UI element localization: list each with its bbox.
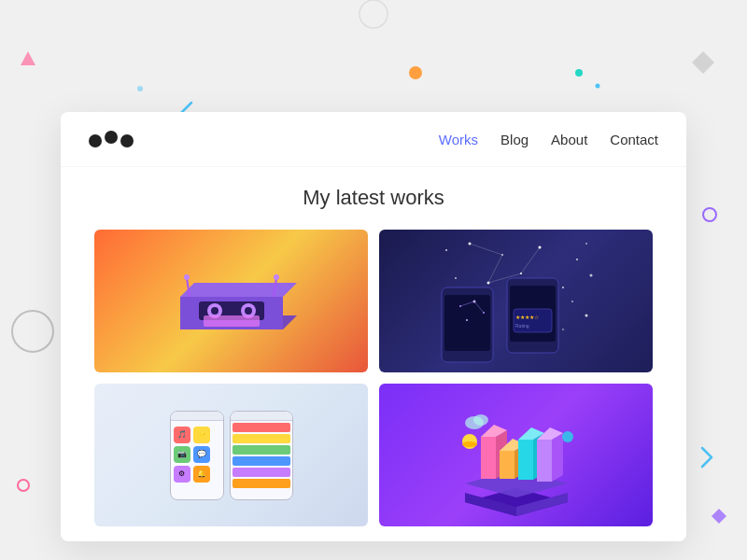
svg-rect-50 bbox=[514, 309, 552, 332]
nav-about[interactable]: About bbox=[551, 132, 587, 147]
svg-point-6 bbox=[12, 311, 53, 352]
svg-point-74 bbox=[562, 431, 573, 442]
svg-point-10 bbox=[137, 86, 143, 91]
svg-point-7 bbox=[18, 480, 29, 491]
nav-links: Works Blog About Contact bbox=[439, 132, 658, 147]
works-grid: ★★★★☆ Rating 🎵 ⭐ 📷 bbox=[61, 224, 686, 541]
nav-works[interactable]: Works bbox=[439, 132, 478, 147]
svg-point-54 bbox=[585, 314, 587, 316]
svg-marker-70 bbox=[552, 433, 563, 482]
work-item-3d-chart[interactable] bbox=[379, 384, 653, 526]
svg-point-53 bbox=[571, 301, 573, 302]
svg-point-17 bbox=[211, 307, 218, 315]
svg-marker-69 bbox=[537, 440, 552, 482]
chart-illustration bbox=[379, 384, 653, 526]
cassette-illustration bbox=[94, 230, 368, 372]
nav-blog[interactable]: Blog bbox=[500, 132, 529, 147]
work-item-cassette[interactable] bbox=[94, 230, 368, 372]
mobile-ui-illustration: 🎵 ⭐ 📷 💬 ⚙ 🔔 bbox=[94, 384, 368, 526]
svg-point-34 bbox=[562, 287, 564, 288]
svg-point-76 bbox=[473, 414, 488, 426]
svg-point-3 bbox=[575, 69, 583, 77]
svg-point-25 bbox=[445, 249, 447, 251]
main-card: Works Blog About Contact My latest works bbox=[61, 112, 686, 541]
svg-point-9 bbox=[596, 84, 600, 89]
svg-rect-41 bbox=[444, 295, 490, 351]
svg-point-45 bbox=[466, 319, 468, 321]
svg-point-11 bbox=[359, 0, 388, 28]
svg-point-73 bbox=[462, 441, 477, 447]
svg-text:Rating: Rating bbox=[515, 323, 529, 329]
svg-point-35 bbox=[589, 273, 592, 276]
work-item-starmap[interactable]: ★★★★☆ Rating bbox=[379, 230, 653, 372]
svg-point-22 bbox=[184, 274, 190, 280]
svg-marker-14 bbox=[180, 283, 297, 297]
svg-marker-4 bbox=[692, 51, 714, 74]
svg-point-5 bbox=[703, 208, 716, 221]
svg-point-31 bbox=[455, 277, 457, 279]
page-title: My latest works bbox=[61, 167, 686, 224]
svg-point-30 bbox=[585, 243, 587, 245]
svg-point-29 bbox=[576, 259, 578, 260]
svg-point-19 bbox=[245, 307, 252, 315]
starmap-illustration: ★★★★☆ Rating bbox=[379, 230, 653, 372]
logo-icon bbox=[89, 131, 134, 147]
svg-marker-0 bbox=[21, 51, 35, 65]
svg-point-24 bbox=[274, 274, 279, 280]
svg-line-39 bbox=[521, 247, 540, 273]
svg-marker-63 bbox=[500, 451, 514, 479]
svg-text:★★★★☆: ★★★★☆ bbox=[515, 315, 539, 320]
svg-marker-8 bbox=[712, 509, 726, 524]
svg-point-55 bbox=[562, 329, 564, 330]
svg-line-36 bbox=[470, 244, 502, 255]
nav-contact[interactable]: Contact bbox=[610, 132, 658, 147]
navigation: Works Blog About Contact bbox=[61, 112, 686, 167]
svg-line-37 bbox=[488, 255, 502, 283]
svg-rect-20 bbox=[204, 315, 260, 327]
svg-marker-60 bbox=[481, 437, 496, 479]
svg-marker-66 bbox=[518, 440, 533, 480]
work-item-mobile-ui[interactable]: 🎵 ⭐ 📷 💬 ⚙ 🔔 bbox=[94, 384, 368, 526]
logo[interactable] bbox=[89, 131, 134, 147]
svg-point-1 bbox=[409, 66, 422, 79]
